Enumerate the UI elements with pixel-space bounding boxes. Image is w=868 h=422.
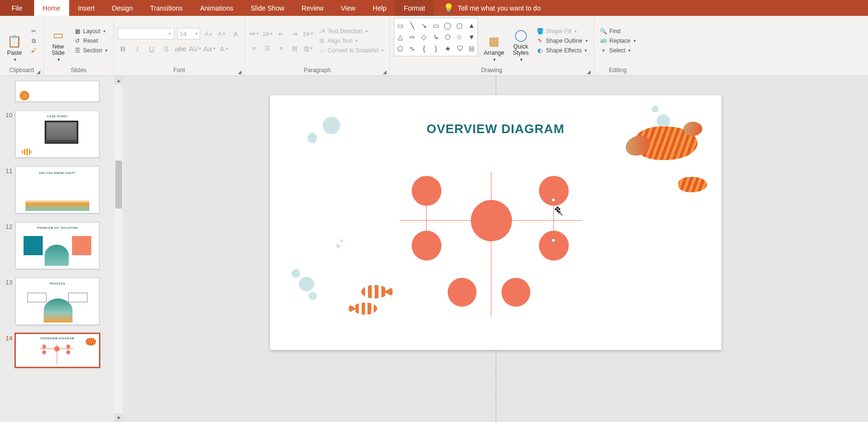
slide-thumbnail-active[interactable]: OVERVIEW DIAGRAM — [15, 334, 99, 367]
columns-button[interactable]: ▥▾ — [303, 43, 313, 53]
scroll-down-button[interactable]: ▼ — [114, 413, 123, 422]
tab-file[interactable]: File — [0, 0, 34, 16]
line-spacing-button[interactable]: ‡≡▾ — [303, 28, 313, 39]
shape-curve-icon[interactable]: ∿ — [407, 44, 417, 53]
align-text-button[interactable]: ⊟Align Text▾ — [316, 37, 386, 45]
layout-button[interactable]: ▦Layout▾ — [72, 27, 110, 36]
shape-oval-icon[interactable]: ◯ — [443, 21, 453, 30]
shape-fill-button[interactable]: 🪣Shape Fill▾ — [534, 27, 589, 36]
grow-font-button[interactable]: A▲ — [203, 28, 214, 39]
thumbnail-row[interactable]: 11 DID YOU KNOW THAT? — [0, 163, 123, 219]
change-case-button[interactable]: Aa▾ — [204, 43, 215, 54]
selection-handle[interactable] — [551, 198, 555, 202]
tab-insert[interactable]: Insert — [69, 0, 103, 16]
tab-help[interactable]: Help — [364, 0, 395, 16]
find-button[interactable]: 🔍Find — [598, 27, 638, 36]
gallery-down-icon[interactable]: ▼ — [466, 32, 477, 42]
reset-button[interactable]: ↺Reset — [72, 37, 110, 45]
thumbnail-row[interactable] — [0, 78, 123, 108]
thumbnail-row[interactable]: 14 OVERVIEW DIAGRAM — [0, 331, 123, 373]
bullets-button[interactable]: •≡▾ — [249, 28, 259, 39]
shape-arrow-icon[interactable]: ⇨ — [407, 32, 417, 42]
gallery-up-icon[interactable]: ▲ — [466, 21, 477, 30]
copy-button[interactable]: ⧉ — [28, 37, 39, 45]
section-button[interactable]: ☰Section▾ — [72, 46, 110, 55]
diagram-node[interactable] — [412, 176, 441, 206]
shape-callout-icon[interactable]: 🗨 — [455, 44, 465, 53]
tab-home[interactable]: Home — [34, 0, 69, 16]
dialog-launcher-icon[interactable]: ◢ — [383, 69, 387, 74]
convert-smartart-button[interactable]: ⛬Convert to SmartArt▾ — [316, 46, 386, 55]
slide-title[interactable]: OVERVIEW DIAGRAM — [427, 122, 564, 137]
tab-slideshow[interactable]: Slide Show — [242, 0, 293, 16]
font-size-combo[interactable]: 14▾ — [177, 28, 200, 39]
shape-diamond-icon[interactable]: ◇ — [419, 32, 429, 42]
shape-pentagon-icon[interactable]: ⬠ — [395, 44, 405, 53]
slide-canvas[interactable]: OVERVIEW DIAGRAM — [270, 95, 721, 350]
diagram-node[interactable] — [448, 278, 477, 307]
slide-thumbnail[interactable] — [15, 81, 99, 102]
cut-button[interactable]: ✂ — [28, 27, 39, 36]
shape-textbox-icon[interactable]: ▭ — [395, 21, 405, 30]
slide-thumbnail[interactable]: PROCESS — [15, 278, 99, 325]
shape-roundrect-icon[interactable]: ▢ — [455, 21, 465, 30]
diagram-node-center[interactable] — [471, 200, 512, 241]
slide-thumbnail[interactable]: CASE STUDY — [15, 111, 99, 158]
shrink-font-button[interactable]: A▼ — [217, 28, 227, 39]
shadow-button[interactable]: S — [161, 43, 171, 54]
scroll-handle[interactable] — [115, 161, 122, 209]
font-color-button[interactable]: A▾ — [219, 43, 229, 54]
thumbnail-row[interactable]: 12 PROBLEM VS. SOLUTION — [0, 219, 123, 275]
slide-thumbnail[interactable]: DID YOU KNOW THAT? — [15, 166, 99, 213]
shape-connector-icon[interactable]: ↳ — [431, 32, 441, 42]
shape-star5-icon[interactable]: ★ — [443, 44, 453, 53]
shape-outline-button[interactable]: ✎Shape Outline▾ — [534, 37, 589, 45]
dialog-launcher-icon[interactable]: ◢ — [37, 69, 40, 74]
slide-editor[interactable]: OVERVIEW DIAGRAM — [123, 76, 868, 422]
slide-thumbnail[interactable]: PROBLEM VS. SOLUTION — [15, 222, 99, 269]
justify-button[interactable]: ▤ — [289, 43, 300, 53]
clear-formatting-button[interactable]: A̷ — [230, 28, 241, 39]
shape-effects-button[interactable]: ◐Shape Effects▾ — [534, 46, 589, 55]
selection-handle[interactable] — [551, 238, 555, 242]
diagram-node[interactable] — [539, 231, 569, 261]
tab-view[interactable]: View — [332, 0, 364, 16]
text-direction-button[interactable]: ↕AText Direction▾ — [316, 27, 386, 36]
shape-triangle-icon[interactable]: △ — [395, 32, 405, 42]
shape-star-icon[interactable]: ☆ — [455, 32, 465, 42]
shape-hexagon-icon[interactable]: ⬡ — [443, 32, 453, 42]
align-center-button[interactable]: ☰ — [262, 43, 273, 53]
align-right-button[interactable]: ≡ — [276, 43, 286, 53]
diagram-node[interactable] — [412, 231, 441, 261]
tab-design[interactable]: Design — [103, 0, 142, 16]
tab-transitions[interactable]: Transitions — [142, 0, 192, 16]
dialog-launcher-icon[interactable]: ◢ — [587, 69, 591, 74]
thumbnail-row[interactable]: 10 CASE STUDY — [0, 108, 123, 163]
thumbnail-row[interactable]: 13 PROCESS — [0, 275, 123, 331]
overview-diagram[interactable] — [400, 172, 592, 316]
char-spacing-button[interactable]: AV▾ — [190, 43, 200, 54]
underline-button[interactable]: U — [147, 43, 157, 54]
select-button[interactable]: ⌖Select▾ — [598, 46, 638, 55]
bold-button[interactable]: B — [118, 43, 128, 54]
font-family-combo[interactable]: ▾ — [118, 28, 174, 39]
quick-styles-button[interactable]: ◯ Quick Styles ▾ — [510, 18, 532, 64]
paste-button[interactable]: 📋 Paste ▾ — [4, 18, 25, 64]
tab-animations[interactable]: Animations — [191, 0, 242, 16]
shapes-gallery[interactable]: ▭ ╲ ↘ ▭ ◯ ▢ ▲ △ ⇨ ◇ ↳ ⬡ ☆ ▼ ⬠ ∿ { } ★ 🗨 — [394, 18, 478, 56]
arrange-button[interactable]: ▦ Arrange ▾ — [481, 18, 507, 64]
align-left-button[interactable]: ≡ — [249, 43, 259, 53]
tab-format[interactable]: Format — [395, 0, 434, 16]
italic-button[interactable]: I — [132, 43, 143, 54]
new-slide-button[interactable]: ▭ New Slide ▾ — [48, 18, 69, 64]
tell-me-search[interactable]: 💡 Tell me what you want to do — [443, 3, 541, 13]
gallery-more-icon[interactable]: ⊟ — [466, 44, 477, 53]
diagram-node[interactable] — [501, 278, 530, 307]
numbering-button[interactable]: 1≡▾ — [262, 28, 273, 39]
decrease-indent-button[interactable]: ⇤ — [276, 28, 286, 39]
shape-brace-l-icon[interactable]: { — [419, 44, 429, 53]
thumbnails-scrollbar[interactable]: ▲ ▼ — [114, 76, 123, 422]
tab-review[interactable]: Review — [293, 0, 332, 16]
strikethrough-button[interactable]: abc — [175, 43, 186, 54]
increase-indent-button[interactable]: ⇥ — [289, 28, 300, 39]
